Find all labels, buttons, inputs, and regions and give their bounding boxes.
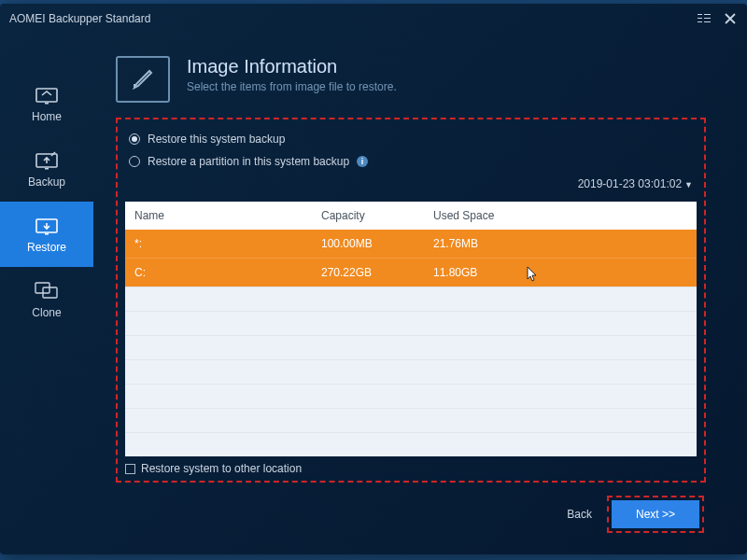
footer: Back Next >>	[116, 483, 706, 533]
home-icon	[35, 84, 59, 105]
sidebar-label-home: Home	[32, 110, 62, 123]
sidebar-item-restore[interactable]: Restore	[0, 202, 93, 267]
table-row-empty	[125, 335, 697, 359]
timestamp-value: 2019-01-23 03:01:02	[578, 177, 682, 190]
radio-restore-partition[interactable]: Restore a partition in this system backu…	[129, 155, 693, 168]
menu-icon[interactable]	[697, 11, 712, 26]
svg-rect-1	[698, 18, 702, 19]
svg-rect-2	[698, 21, 702, 22]
sidebar: Home Backup Restore Clone	[0, 34, 93, 554]
svg-rect-9	[45, 168, 49, 170]
table-row-empty	[125, 408, 697, 432]
app-title: AOMEI Backupper Standard	[9, 12, 697, 25]
page-title: Image Information	[187, 56, 397, 77]
svg-rect-11	[45, 233, 49, 235]
col-name: Name	[125, 202, 312, 230]
table-row-empty	[125, 432, 697, 456]
svg-rect-7	[45, 103, 49, 105]
page-subtitle: Select the items from image file to rest…	[187, 80, 397, 93]
timestamp-dropdown[interactable]: 2019-01-23 03:01:02▼	[129, 177, 693, 190]
svg-rect-4	[704, 18, 711, 19]
main-content: Image Information Select the items from …	[93, 34, 747, 554]
table-header: Name Capacity Used Space	[125, 202, 697, 230]
table-row-empty	[125, 384, 697, 408]
table-row-empty	[125, 287, 697, 311]
chevron-down-icon: ▼	[684, 180, 693, 189]
back-button[interactable]: Back	[567, 508, 592, 521]
sidebar-label-backup: Backup	[28, 175, 65, 189]
clone-icon	[35, 280, 59, 301]
app-window: AOMEI Backupper Standard Home Backup Res…	[0, 4, 747, 554]
restore-icon	[35, 215, 59, 235]
radio-icon	[129, 133, 140, 145]
next-button[interactable]: Next >>	[612, 500, 699, 528]
cursor-icon	[527, 266, 538, 283]
checkbox-icon	[125, 464, 135, 474]
sidebar-label-restore: Restore	[27, 241, 66, 254]
checkbox-label: Restore system to other location	[141, 462, 302, 475]
titlebar: AOMEI Backupper Standard	[0, 4, 747, 34]
table-row-empty	[125, 311, 697, 335]
col-capacity: Capacity	[312, 202, 424, 230]
col-used: Used Space	[424, 202, 697, 230]
sidebar-item-home[interactable]: Home	[0, 71, 93, 136]
svg-rect-0	[698, 14, 702, 15]
close-icon[interactable]	[723, 11, 738, 26]
highlighted-next: Next >>	[607, 496, 704, 533]
table-row[interactable]: *: 100.00MB 21.76MB	[125, 230, 697, 258]
restore-other-location-checkbox[interactable]: Restore system to other location	[125, 462, 697, 475]
backup-icon	[35, 149, 59, 170]
table-row[interactable]: C: 270.22GB 11.80GB	[125, 258, 697, 287]
info-icon[interactable]: i	[357, 156, 368, 167]
radio-icon	[129, 156, 140, 167]
page-icon	[116, 56, 170, 103]
highlighted-area: Restore this system backup Restore a par…	[116, 118, 706, 483]
svg-rect-3	[704, 14, 711, 15]
radio-label-1: Restore this system backup	[148, 133, 285, 146]
sidebar-item-clone[interactable]: Clone	[0, 267, 93, 332]
partition-table: Name Capacity Used Space *: 100.00MB 21.…	[125, 202, 697, 456]
radio-restore-system[interactable]: Restore this system backup	[129, 133, 693, 146]
table-row-empty	[125, 359, 697, 384]
sidebar-label-clone: Clone	[32, 306, 61, 319]
sidebar-item-backup[interactable]: Backup	[0, 136, 93, 202]
svg-rect-5	[704, 21, 711, 22]
radio-label-2: Restore a partition in this system backu…	[148, 155, 349, 168]
